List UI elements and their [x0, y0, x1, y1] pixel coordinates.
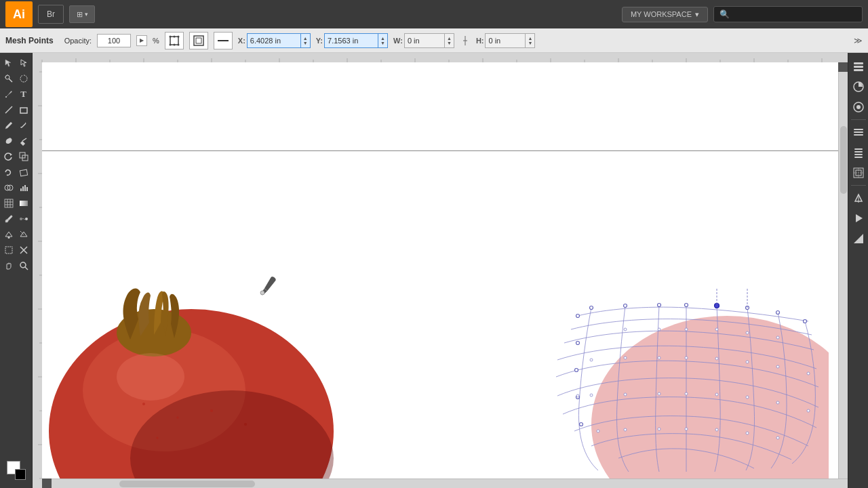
w-coord-group: W: 0 in ▲ ▼: [393, 33, 454, 48]
gradient-tool[interactable]: [16, 196, 31, 211]
y-spinner[interactable]: ▲ ▼: [378, 33, 388, 48]
svg-rect-26: [22, 186, 24, 191]
hand-tool[interactable]: [1, 258, 16, 273]
svg-point-6: [173, 43, 175, 45]
w-input[interactable]: 0 in: [404, 33, 445, 48]
svg-rect-0: [170, 37, 178, 45]
y-input[interactable]: 7.1563 in: [324, 33, 378, 48]
direct-selection-tool[interactable]: [16, 56, 31, 70]
align-panel-icon[interactable]: [850, 144, 867, 161]
symbol-panel-icon[interactable]: [850, 190, 867, 206]
eraser-tool[interactable]: [16, 134, 31, 148]
svg-line-15: [6, 76, 7, 77]
svg-point-131: [576, 394, 579, 397]
color-panel-icon[interactable]: [850, 79, 867, 95]
svg-point-105: [776, 311, 780, 314]
artboard-tool[interactable]: [1, 243, 16, 258]
svg-point-2: [177, 35, 179, 37]
pencil-tool[interactable]: [1, 118, 16, 133]
gradient-mesh-tool[interactable]: [1, 196, 16, 211]
svg-point-4: [177, 43, 179, 45]
svg-rect-156: [854, 148, 863, 150]
opacity-play-btn[interactable]: ▶: [136, 35, 147, 46]
svg-line-44: [25, 267, 28, 270]
svg-point-139: [807, 409, 810, 412]
h-input[interactable]: 0 in: [485, 33, 526, 48]
blend-tool[interactable]: [16, 211, 31, 226]
opacity-label: Opacity:: [64, 37, 92, 45]
guide-line-horizontal: [42, 150, 838, 151]
chart-tool[interactable]: [16, 180, 31, 195]
opacity-field[interactable]: 100: [97, 34, 131, 47]
w-spinner[interactable]: ▲ ▼: [445, 33, 454, 48]
warp-tool[interactable]: [1, 165, 16, 180]
blob-brush-tool[interactable]: [1, 134, 16, 148]
lasso-tool[interactable]: [16, 71, 31, 86]
y-coord-group: Y: 7.1563 in ▲ ▼: [316, 33, 388, 48]
line-tool[interactable]: [1, 102, 16, 117]
svg-point-121: [746, 331, 749, 334]
type-tool[interactable]: T: [16, 87, 31, 102]
color-swatch-area: [7, 461, 26, 485]
live-paint-sel-tool[interactable]: [16, 227, 31, 242]
svg-point-100: [624, 304, 627, 308]
tool-pair-hand: [1, 258, 31, 273]
main-layout: T: [0, 53, 868, 488]
svg-point-91: [210, 409, 213, 412]
shape-builder-tool[interactable]: [1, 180, 16, 195]
workspace-label: MY WORKSPACE: [631, 10, 692, 18]
arrange-panels-icon[interactable]: ≫: [854, 36, 863, 45]
svg-point-12: [5, 75, 9, 79]
h-coord-group: H: 0 in ▲ ▼: [476, 33, 536, 48]
canvas-area[interactable]: // ticks drawn with SVG inline: [33, 53, 848, 488]
bar-end: ≫: [854, 36, 863, 45]
svg-point-124: [624, 357, 627, 359]
options-bar: Mesh Points Opacity: 100 ▶ % X:: [0, 28, 868, 53]
gradient-panel-icon[interactable]: [850, 230, 867, 247]
slice-tool[interactable]: [16, 243, 31, 258]
play-action-icon[interactable]: [850, 210, 867, 226]
search-bar[interactable]: 🔍: [713, 6, 863, 22]
panel-switcher[interactable]: ⊞ ▾: [69, 5, 95, 23]
horizontal-scrollbar[interactable]: [52, 479, 848, 488]
rotate-tool[interactable]: [1, 149, 16, 164]
transform-panel-icon[interactable]: [850, 165, 867, 181]
zoom-tool[interactable]: [16, 258, 31, 273]
background-color[interactable]: [15, 469, 26, 480]
svg-rect-147: [854, 62, 863, 64]
live-paint-tool[interactable]: [1, 227, 16, 242]
canvas-paper[interactable]: [42, 62, 838, 479]
svg-point-101: [658, 304, 661, 307]
svg-rect-34: [20, 201, 28, 206]
h-spinner[interactable]: ▲ ▼: [526, 33, 535, 48]
lock-proportions-icon[interactable]: [460, 33, 471, 48]
swatches-panel-icon[interactable]: [850, 99, 867, 115]
x-spinner[interactable]: ▲ ▼: [301, 33, 311, 48]
tool-pair-wand: [1, 71, 31, 86]
br-logo[interactable]: Br: [38, 5, 64, 24]
magic-wand-tool[interactable]: [1, 71, 16, 86]
h-label: H:: [476, 37, 484, 45]
svg-point-152: [856, 105, 861, 109]
vertical-scrollbar[interactable]: [838, 72, 848, 479]
tool-pair-eyedropper: [1, 211, 31, 226]
pen-tool[interactable]: [1, 87, 16, 102]
x-input[interactable]: 6.4028 in: [247, 33, 301, 48]
transform-mode-btn[interactable]: [165, 32, 184, 49]
svg-point-107: [576, 314, 580, 318]
svg-point-137: [746, 396, 749, 399]
brushes-panel-icon[interactable]: [850, 124, 867, 140]
svg-point-102: [685, 304, 688, 307]
rectangle-tool[interactable]: [16, 102, 31, 117]
free-transform-tool[interactable]: [16, 165, 31, 180]
workspace-button[interactable]: MY WORKSPACE ▾: [622, 7, 708, 22]
brush-tool[interactable]: [16, 118, 31, 133]
ai-logo: Ai: [5, 1, 33, 27]
svg-point-140: [597, 430, 599, 432]
layers-panel-icon[interactable]: [850, 58, 867, 75]
eyedropper-tool[interactable]: [1, 211, 16, 226]
transform-box-btn[interactable]: [189, 32, 208, 49]
tool-pair-line: [1, 102, 31, 117]
selection-tool[interactable]: [1, 56, 16, 70]
scale-tool[interactable]: [16, 149, 31, 164]
